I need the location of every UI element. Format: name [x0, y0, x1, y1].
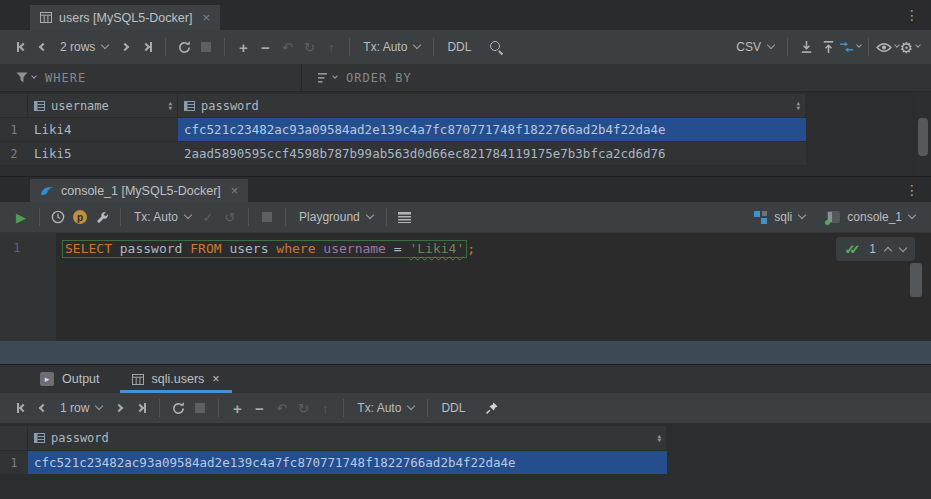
delete-row-button[interactable]: −	[254, 35, 276, 59]
tx-mode-dropdown[interactable]: Tx: Auto	[357, 35, 426, 59]
tx-mode-dropdown[interactable]: Tx: Auto	[351, 396, 420, 420]
revert-selected-button[interactable]: ↻	[292, 396, 314, 420]
kebab-menu-icon[interactable]: ⋮	[905, 183, 919, 197]
output-icon: ▸	[40, 372, 54, 386]
stop-query-button[interactable]	[195, 35, 217, 59]
column-header-password[interactable]: password ▲▼	[28, 426, 667, 451]
chevron-down-icon	[798, 211, 806, 219]
close-icon[interactable]: ×	[212, 372, 219, 386]
chevron-left-icon	[39, 43, 47, 51]
column-icon	[34, 101, 45, 111]
playground-mode-dropdown[interactable]: Playground	[293, 205, 379, 229]
table-editor-panel: users [MySQL5-Docker] × ⋮ 2 rows + − ↶ ↻…	[0, 0, 931, 176]
execution-result-badge[interactable]: ✓✓ 1	[836, 237, 916, 261]
tx-mode-dropdown[interactable]: Tx: Auto	[128, 205, 197, 229]
settings-wrench-button[interactable]	[91, 205, 113, 229]
close-icon[interactable]: ×	[231, 183, 239, 198]
play-icon: ▶	[16, 211, 26, 224]
cell-password[interactable]: 2aad5890595ccf4598b787b99ab563d0d66ec821…	[178, 142, 806, 166]
check-icon: ✓	[203, 211, 214, 224]
import-button[interactable]	[795, 35, 817, 59]
submit-button[interactable]: ↑	[314, 396, 336, 420]
order-by-filter[interactable]: ORDER BY	[302, 64, 412, 91]
cell-username[interactable]: Liki4	[28, 118, 178, 142]
revert-button[interactable]: ↶	[270, 396, 292, 420]
reload-data-button[interactable]	[167, 396, 189, 420]
ddl-button[interactable]: DDL	[435, 396, 471, 420]
last-page-button[interactable]	[130, 396, 152, 420]
last-page-button[interactable]	[136, 35, 158, 59]
commit-button[interactable]: ✓	[197, 205, 219, 229]
export-format-dropdown[interactable]: CSV	[730, 35, 780, 59]
arrow-up-icon: ↑	[322, 402, 329, 415]
parameters-button[interactable]: p	[69, 205, 91, 229]
add-row-button[interactable]: +	[226, 396, 248, 420]
chevron-down-icon[interactable]	[899, 244, 907, 252]
pin-tab-button[interactable]	[481, 396, 503, 420]
cell-password-selected[interactable]: cfc521c23482ac93a09584ad2e139c4a7fc87077…	[28, 451, 667, 475]
ddl-label: DDL	[441, 401, 465, 415]
ddl-button[interactable]: DDL	[441, 35, 477, 59]
prev-page-button[interactable]	[32, 396, 54, 420]
find-button[interactable]	[485, 35, 507, 59]
tab-users-table[interactable]: users [MySQL5-Docker] ×	[30, 5, 220, 30]
tab-result-grid[interactable]: sqli.users ×	[120, 365, 232, 393]
result-data-grid: password ▲▼ 1 cfc521c23482ac93a09584ad2e…	[0, 423, 931, 499]
submit-button[interactable]: ↑	[320, 35, 342, 59]
sql-string-literal: 'Liki4'	[409, 241, 464, 256]
column-header-username[interactable]: username ▲▼	[28, 94, 178, 118]
session-selector-dropdown[interactable]: console_1	[821, 205, 921, 229]
sort-toggle[interactable]: ▲▼	[657, 434, 661, 443]
next-page-button[interactable]	[114, 35, 136, 59]
scrollbar-thumb[interactable]	[910, 263, 922, 297]
tab-console[interactable]: console_1 [MySQL5-Docker] ×	[30, 179, 248, 202]
first-page-button[interactable]	[10, 396, 32, 420]
rollback-button[interactable]: ↺	[219, 205, 241, 229]
results-layout-button[interactable]	[394, 205, 416, 229]
export-button[interactable]	[817, 35, 839, 59]
schema-label: sqli	[774, 210, 792, 224]
revert-selected-button[interactable]: ↻	[298, 35, 320, 59]
cell-username[interactable]: Liki5	[28, 142, 178, 166]
first-page-button[interactable]	[10, 35, 32, 59]
pin-icon	[485, 401, 499, 415]
sql-statement[interactable]: SELECT password FROM users where usernam…	[62, 239, 931, 258]
editor-content[interactable]: SELECT password FROM users where usernam…	[56, 233, 931, 341]
revert-button[interactable]: ↶	[276, 35, 298, 59]
sql-editor[interactable]: 1 SELECT password FROM users where usern…	[0, 233, 931, 341]
view-options-button[interactable]	[876, 35, 899, 59]
row-count-dropdown[interactable]: 1 row	[54, 396, 108, 420]
chevron-up-icon[interactable]	[884, 246, 892, 254]
kebab-menu-icon[interactable]: ⋮	[905, 8, 919, 22]
settings-button[interactable]: ⚙	[899, 35, 921, 59]
schema-selector-dropdown[interactable]: sqli	[748, 205, 811, 229]
close-icon[interactable]: ×	[202, 10, 210, 25]
vertical-scrollbar[interactable]	[916, 92, 931, 176]
panel-splitter[interactable]	[0, 341, 931, 364]
stop-query-button[interactable]	[189, 396, 211, 420]
tab-label: sqli.users	[152, 372, 205, 386]
delete-row-button[interactable]: −	[248, 396, 270, 420]
add-row-button[interactable]: +	[232, 35, 254, 59]
where-filter[interactable]: WHERE	[0, 64, 301, 91]
reload-data-button[interactable]	[173, 35, 195, 59]
run-query-button[interactable]: ▶	[10, 205, 32, 229]
column-header-password[interactable]: password ▲▼	[178, 94, 806, 118]
scrollbar-thumb[interactable]	[918, 118, 928, 156]
table-row: 2 Liki5 2aad5890595ccf4598b787b99ab563d0…	[0, 142, 931, 166]
stop-button[interactable]	[256, 205, 278, 229]
row-number: 1	[0, 118, 28, 142]
tab-output[interactable]: ▸ Output	[28, 365, 112, 393]
sort-toggle[interactable]: ▲▼	[796, 101, 800, 110]
users-data-grid: username ▲▼ password ▲▼ 1 Liki4 cfc521c2…	[0, 92, 931, 176]
sql-keyword: FROM	[190, 241, 221, 256]
prev-page-button[interactable]	[32, 35, 54, 59]
row-count-label: 1 row	[60, 401, 89, 415]
row-count-dropdown[interactable]: 2 rows	[54, 35, 114, 59]
chevron-left-icon	[18, 404, 26, 412]
history-button[interactable]	[47, 205, 69, 229]
sort-toggle[interactable]: ▲▼	[168, 101, 172, 110]
compare-button[interactable]	[839, 35, 861, 59]
next-page-button[interactable]	[108, 396, 130, 420]
cell-password-selected[interactable]: cfc521c23482ac93a09584ad2e139c4a7fc87077…	[178, 118, 806, 142]
